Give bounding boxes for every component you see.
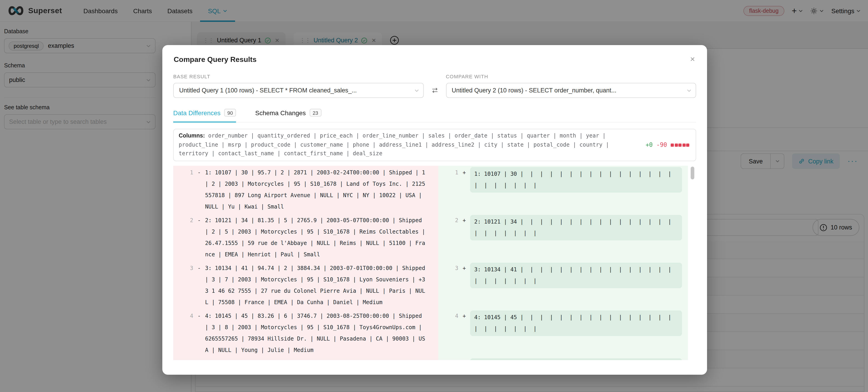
line-number: 1 xyxy=(173,167,193,178)
diff-added-row: 3+3: 10134 | 41 | | | | | | | | | | | | … xyxy=(438,262,688,310)
diff-removed-column: 1-1: 10107 | 30 | 95.7 | 2 | 2871 | 2003… xyxy=(173,166,438,360)
diffstat-block xyxy=(675,143,678,147)
diff-removed-row: 1-1: 10107 | 30 | 95.7 | 2 | 2871 | 2003… xyxy=(173,167,438,215)
compare-with-value: Untitled Query 2 (10 rows) - SELECT orde… xyxy=(452,87,616,94)
swap-queries-button[interactable] xyxy=(424,83,446,98)
diff-added-row: 4+4: 10145 | 45 | | | | | | | | | | | | … xyxy=(438,310,688,358)
added-sign: + xyxy=(458,310,470,321)
diff-added-row: 2+2: 10121 | 34 | | | | | | | | | | | | … xyxy=(438,215,688,262)
added-row-text: 1: 10107 | 30 | | | | | | | | | | | | | … xyxy=(470,167,682,192)
added-row-text: 2: 10121 | 34 | | | | | | | | | | | | | … xyxy=(470,215,682,240)
removed-sign: - xyxy=(193,262,205,274)
tab-label: Data Differences xyxy=(173,109,220,116)
chevron-down-icon xyxy=(687,88,691,93)
removed-sign: - xyxy=(193,215,205,226)
line-number: 2 xyxy=(438,215,458,226)
added-row-text: 3: 10134 | 41 | | | | | | | | | | | | | … xyxy=(470,262,682,288)
diffstat-block xyxy=(686,143,689,147)
modal-tabs: Data Differences90Schema Changes23 xyxy=(173,109,696,122)
diffstat-blocks xyxy=(671,143,689,147)
line-number: 2 xyxy=(173,215,193,226)
line-number: 3 xyxy=(438,262,458,274)
line-number: 1 xyxy=(438,167,458,178)
close-icon[interactable]: ✕ xyxy=(690,56,695,63)
diffstat-block xyxy=(678,143,682,147)
diffstat-block xyxy=(682,143,685,147)
line-number: 4 xyxy=(173,310,193,321)
diff-removed-row: 4-4: 10145 | 45 | 83.26 | 6 | 3746.7 | 2… xyxy=(173,310,438,358)
line-number: 3 xyxy=(173,262,193,274)
tab-label: Schema Changes xyxy=(255,109,306,116)
base-result-value: Untitled Query 1 (100 rows) - SELECT * F… xyxy=(179,87,357,94)
tab-count-badge: 23 xyxy=(309,109,321,116)
columns-list: order_number | quantity_ordered | price_… xyxy=(179,133,609,157)
removed-sign: - xyxy=(193,167,205,178)
added-sign: + xyxy=(458,262,470,274)
scrollbar-thumb[interactable] xyxy=(691,166,694,179)
diff-added-column: 1+1: 10107 | 30 | | | | | | | | | | | | … xyxy=(438,166,688,360)
removed-row-text: 1: 10107 | 30 | 95.7 | 2 | 2871 | 2003-0… xyxy=(205,167,426,213)
diffstat-block xyxy=(671,143,674,147)
diffstat-added: +0 xyxy=(646,140,653,149)
removed-row-text: 2: 10121 | 34 | 81.35 | 5 | 2765.9 | 200… xyxy=(205,215,426,260)
base-result-label: BASE RESULT xyxy=(173,74,424,79)
tab-count-badge: 90 xyxy=(224,109,236,116)
modal-title: Compare Query Results xyxy=(174,56,695,64)
diff-viewer: 1-1: 10107 | 30 | 95.7 | 2 | 2871 | 2003… xyxy=(173,166,696,360)
swap-arrows-icon xyxy=(431,87,438,94)
diffstat-removed: -90 xyxy=(656,140,667,149)
line-number: 4 xyxy=(438,310,458,321)
diff-added-row: 1+1: 10107 | 30 | | | | | | | | | | | | … xyxy=(438,167,688,215)
columns-summary: Columns: order_number | quantity_ordered… xyxy=(173,129,696,161)
base-result-select[interactable]: Untitled Query 1 (100 rows) - SELECT * F… xyxy=(173,83,424,98)
modal-header: Compare Query Results ✕ xyxy=(162,45,707,66)
chevron-down-icon xyxy=(414,88,419,93)
tab-data-differences[interactable]: Data Differences90 xyxy=(173,109,236,122)
diff-scrollbar[interactable] xyxy=(690,166,696,360)
compare-with-label: COMPARE WITH xyxy=(446,74,696,79)
compare-query-results-modal: Compare Query Results ✕ BASE RESULT Unti… xyxy=(162,45,707,375)
added-sign: + xyxy=(458,167,470,178)
diff-added-row xyxy=(438,358,688,360)
sql-lab-page: Superset DashboardsChartsDatasetsSQL fla… xyxy=(0,0,868,392)
diff-removed-row: 3-3: 10134 | 41 | 94.74 | 2 | 3884.34 | … xyxy=(173,262,438,310)
added-sign: + xyxy=(458,215,470,226)
columns-label: Columns: xyxy=(179,133,205,139)
compare-selectors: BASE RESULT Untitled Query 1 (100 rows) … xyxy=(173,74,696,98)
tab-schema-changes[interactable]: Schema Changes23 xyxy=(255,109,321,122)
diffstat: +0 -90 xyxy=(646,140,689,149)
removed-sign: - xyxy=(193,310,205,321)
added-row-text: 4: 10145 | 45 | | | | | | | | | | | | | … xyxy=(470,310,682,336)
diff-removed-row: 2-2: 10121 | 34 | 81.35 | 5 | 2765.9 | 2… xyxy=(173,215,438,262)
added-row-partial xyxy=(470,358,682,360)
removed-row-text: 4: 10145 | 45 | 83.26 | 6 | 3746.7 | 200… xyxy=(205,310,426,356)
compare-with-select[interactable]: Untitled Query 2 (10 rows) - SELECT orde… xyxy=(446,83,696,98)
removed-row-text: 3: 10134 | 41 | 94.74 | 2 | 3884.34 | 20… xyxy=(205,262,426,308)
